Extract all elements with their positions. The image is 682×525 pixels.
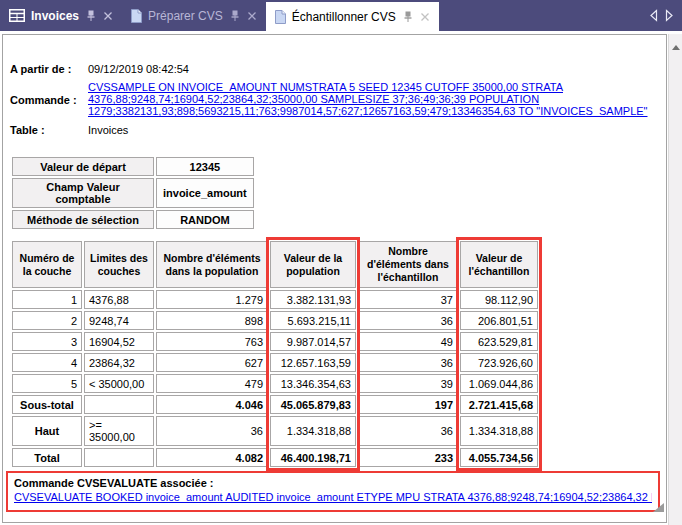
table-row: 14376,881.2793.382.131,933798.112,90 xyxy=(12,290,538,309)
table-cell: Total xyxy=(12,448,82,467)
report-pane: A partir de : 09/12/2019 08:42:54 Comman… xyxy=(2,34,667,523)
table-cell: 1.279 xyxy=(156,290,268,309)
table-cell: 627 xyxy=(156,353,268,372)
close-icon[interactable] xyxy=(247,11,257,21)
table-cell: 16904,52 xyxy=(84,332,154,351)
table-cell: 3.382.131,93 xyxy=(270,290,356,309)
table-cell: 5 xyxy=(12,374,82,393)
table-cell: 1 xyxy=(12,290,82,309)
table-cell: 3 xyxy=(12,332,82,351)
table-cell: 98.112,90 xyxy=(460,290,538,309)
cvssample-command-link[interactable]: 4376,88;9248,74;16904,52;23864,32;35000,… xyxy=(88,93,648,105)
table-cell: 1.334.318,88 xyxy=(270,416,356,446)
table-cell: 37 xyxy=(358,290,458,309)
table-cell: 46.400.198,71 xyxy=(270,448,356,467)
cvsevaluate-title: Commande CVSEVALUATE associée : xyxy=(14,477,652,489)
cvsevaluate-command-link[interactable]: CVSEVALUATE BOOKED invoice_amount AUDITE… xyxy=(14,491,652,503)
param-value: RANDOM xyxy=(156,210,254,229)
table-cell: 36 xyxy=(358,353,458,372)
table-cell: 4.082 xyxy=(156,448,268,467)
close-icon[interactable] xyxy=(103,11,113,21)
table-cell: Sous-total xyxy=(12,395,82,414)
table-cell: 36 xyxy=(156,416,268,446)
table-cell: >= 35000,00 xyxy=(84,416,154,446)
table-cell: 206.801,51 xyxy=(460,311,538,330)
table-cell: 13.346.354,63 xyxy=(270,374,356,393)
param-label: Méthode de sélection xyxy=(12,210,154,229)
params-row: Méthode de sélectionRANDOM xyxy=(12,210,254,229)
from-label: A partir de : xyxy=(10,63,71,75)
pin-icon[interactable] xyxy=(402,11,414,23)
vertical-scrollbar[interactable] xyxy=(668,34,682,525)
document-icon xyxy=(131,9,142,23)
tab-scroll-nav xyxy=(649,0,682,31)
table-cell: 1.334.318,88 xyxy=(460,416,538,446)
tab-echantillonner-cvs[interactable]: Échantillonner CVS xyxy=(266,2,439,31)
table-cell: 5.693.215,11 xyxy=(270,311,356,330)
tab-label: Invoices xyxy=(31,9,79,23)
table-cell: 1.069.044,86 xyxy=(460,374,538,393)
table-cell: 9248,74 xyxy=(84,311,154,330)
table-cell: 45.065.879,83 xyxy=(270,395,356,414)
column-header: Nombre d'éléments dans la population xyxy=(156,241,268,288)
table-cell: 623.529,81 xyxy=(460,332,538,351)
column-header: Valeur de l'échantillon xyxy=(460,241,538,288)
sampling-params-table: Valeur de départ12345Champ Valeur compta… xyxy=(10,155,256,231)
command-label: Commande : xyxy=(10,94,77,106)
table-row: 5< 35000,0047913.346.354,63391.069.044,8… xyxy=(12,374,538,393)
scroll-up-arrow-icon xyxy=(672,45,680,50)
strata-results-table: Numéro de la coucheLimites des couchesNo… xyxy=(10,239,540,469)
param-value: invoice_amount xyxy=(156,178,254,208)
table-cell: 4.055.734,56 xyxy=(460,448,538,467)
param-label: Champ Valeur comptable xyxy=(12,178,154,208)
table-cell: 4.046 xyxy=(156,395,268,414)
table-label: Table : xyxy=(10,124,45,136)
cvsevaluate-highlight-box: Commande CVSEVALUATE associée : CVSEVALU… xyxy=(6,471,660,512)
cvssample-command-link[interactable]: 1279;3382131,93;898;5693215,11;763;99870… xyxy=(88,105,648,117)
table-cell: 4376,88 xyxy=(84,290,154,309)
table-cell xyxy=(84,448,154,467)
table-cell: 12.657.163,59 xyxy=(270,353,356,372)
table-cell xyxy=(84,395,154,414)
table-value: Invoices xyxy=(88,124,128,136)
cvssample-command-link[interactable]: CVSSAMPLE ON INVOICE_AMOUNT NUMSTRATA 5 … xyxy=(88,81,648,93)
table-row: 29248,748985.693.215,1136206.801,51 xyxy=(12,311,538,330)
scroll-tabs-right-icon[interactable] xyxy=(665,9,674,22)
column-header: Valeur de la population xyxy=(270,241,356,288)
table-cell: 233 xyxy=(358,448,458,467)
column-header: Numéro de la couche xyxy=(12,241,82,288)
param-value: 12345 xyxy=(156,157,254,176)
table-cell: 4 xyxy=(12,353,82,372)
params-row: Valeur de départ12345 xyxy=(12,157,254,176)
table-row: 423864,3262712.657.163,5936723.926,60 xyxy=(12,353,538,372)
tab-label: Échantillonner CVS xyxy=(292,10,396,24)
table-icon xyxy=(9,9,25,22)
table-row: 316904,527639.987.014,5749623.529,81 xyxy=(12,332,538,351)
close-icon[interactable] xyxy=(420,12,430,22)
table-cell: 197 xyxy=(358,395,458,414)
table-cell: 36 xyxy=(358,311,458,330)
table-row: Sous-total4.04645.065.879,831972.721.415… xyxy=(12,395,538,414)
table-cell: 898 xyxy=(156,311,268,330)
table-cell: < 35000,00 xyxy=(84,374,154,393)
from-value: 09/12/2019 08:42:54 xyxy=(88,63,189,75)
table-cell: 2.721.415,68 xyxy=(460,395,538,414)
tab-invoices[interactable]: Invoices xyxy=(0,0,122,31)
table-cell: 2 xyxy=(12,311,82,330)
table-cell: 763 xyxy=(156,332,268,351)
resize-grip[interactable] xyxy=(653,503,664,512)
table-cell: 479 xyxy=(156,374,268,393)
table-cell: 49 xyxy=(358,332,458,351)
table-cell: 723.926,60 xyxy=(460,353,538,372)
pin-icon[interactable] xyxy=(229,10,241,22)
column-header: Limites des couches xyxy=(84,241,154,288)
scroll-up-button[interactable] xyxy=(669,40,682,54)
scroll-tabs-left-icon[interactable] xyxy=(649,9,658,22)
pin-icon[interactable] xyxy=(85,10,97,22)
table-row: Total4.08246.400.198,712334.055.734,56 xyxy=(12,448,538,467)
table-cell: 9.987.014,57 xyxy=(270,332,356,351)
table-cell: 36 xyxy=(358,416,458,446)
table-row: Haut>= 35000,00361.334.318,88361.334.318… xyxy=(12,416,538,446)
table-cell: 39 xyxy=(358,374,458,393)
tab-preparer-cvs[interactable]: Préparer CVS xyxy=(122,0,266,31)
